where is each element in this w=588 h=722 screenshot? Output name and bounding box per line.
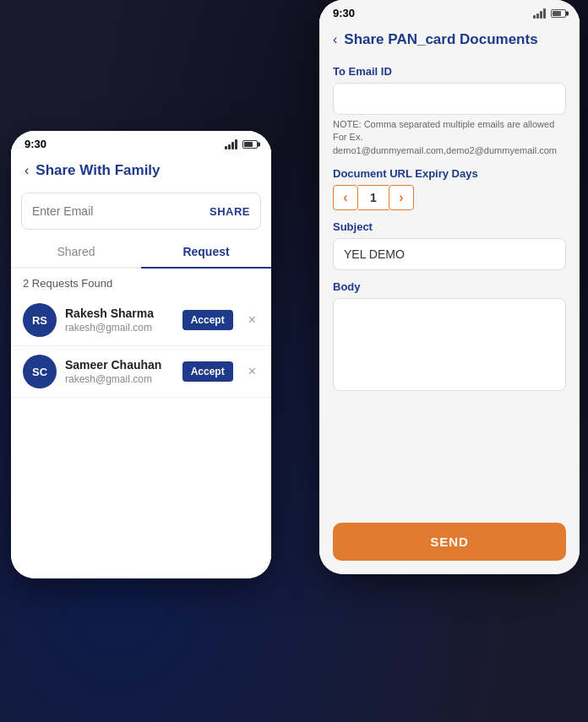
right-nav-header: ‹ Share PAN_card Documents — [319, 23, 580, 55]
left-phone-content: 9:30 ‹ Share With Family — [11, 131, 271, 578]
user-name-1: Rakesh Sharma — [65, 307, 174, 320]
requests-count: 2 Requests Found — [11, 269, 271, 295]
right-nav-title: Share PAN_card Documents — [344, 31, 537, 48]
phone-right: 9:30 ‹ Share PAN_card Documents — [319, 0, 580, 574]
right-phone-content: 9:30 ‹ Share PAN_card Documents — [319, 0, 580, 574]
left-status-time: 9:30 — [24, 138, 46, 150]
to-email-input[interactable] — [333, 83, 566, 115]
send-button[interactable]: SEND — [333, 523, 566, 561]
avatar-rs: RS — [23, 303, 57, 337]
subject-input[interactable] — [333, 238, 566, 270]
expiry-increase-button[interactable]: › — [389, 185, 414, 210]
battery-icon — [242, 140, 258, 149]
form-section: To Email ID NOTE: Comma separated multip… — [319, 55, 580, 509]
user-info-1: Rakesh Sharma rakesh@gmail.com — [65, 307, 174, 334]
right-status-time: 9:30 — [333, 7, 355, 19]
right-battery-icon — [551, 9, 566, 18]
user-email-2: rakesh@gmail.com — [65, 373, 174, 385]
user-email-1: rakesh@gmail.com — [65, 322, 174, 334]
left-status-icons — [225, 139, 258, 149]
tab-shared[interactable]: Shared — [11, 236, 141, 267]
left-nav-title: Share With Family — [35, 162, 160, 179]
request-item-2: SC Sameer Chauhan rakesh@gmail.com Accep… — [11, 346, 271, 398]
tabs-row: Shared Request — [11, 236, 271, 269]
accept-button-1[interactable]: Accept — [182, 310, 233, 330]
user-info-2: Sameer Chauhan rakesh@gmail.com — [65, 358, 174, 385]
body-textarea[interactable] — [333, 298, 566, 391]
email-note: NOTE: Comma separated multiple emails ar… — [333, 118, 566, 157]
right-status-bar: 9:30 — [319, 0, 580, 23]
right-signal-icon — [533, 8, 546, 19]
email-label: To Email ID — [333, 65, 566, 78]
email-share-row: SHARE — [21, 193, 261, 230]
tab-request[interactable]: Request — [141, 236, 271, 267]
left-nav-header: ‹ Share With Family — [11, 154, 271, 186]
email-input[interactable] — [32, 204, 210, 218]
right-status-icons — [533, 8, 566, 19]
body-label: Body — [333, 280, 566, 293]
close-button-2[interactable]: × — [245, 361, 259, 383]
phones-container: 9:30 ‹ Share With Family — [0, 0, 588, 722]
left-status-bar: 9:30 — [11, 131, 271, 154]
expiry-control: ‹ 1 › — [333, 185, 566, 210]
close-button-1[interactable]: × — [245, 309, 259, 331]
avatar-sc: SC — [23, 355, 57, 388]
phone-left: 9:30 ‹ Share With Family — [11, 131, 271, 578]
signal-icon — [225, 139, 237, 149]
accept-button-2[interactable]: Accept — [182, 361, 233, 382]
request-item-1: RS Rakesh Sharma rakesh@gmail.com Accept… — [11, 295, 271, 346]
expiry-value: 1 — [358, 185, 389, 210]
left-back-arrow[interactable]: ‹ — [24, 163, 29, 178]
subject-label: Subject — [333, 220, 566, 233]
expiry-decrease-button[interactable]: ‹ — [333, 185, 358, 210]
user-name-2: Sameer Chauhan — [65, 358, 174, 372]
expiry-label: Document URL Expiry Days — [333, 167, 566, 180]
right-back-arrow[interactable]: ‹ — [333, 32, 337, 47]
share-button[interactable]: SHARE — [210, 205, 250, 218]
